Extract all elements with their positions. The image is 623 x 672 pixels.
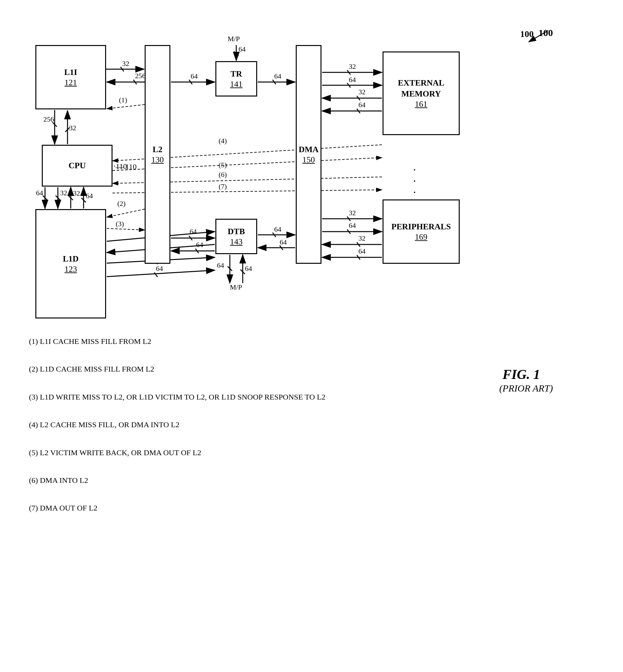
svg-text:64: 64 (274, 72, 281, 80)
svg-text:64: 64 (86, 192, 93, 200)
svg-text:64: 64 (280, 238, 287, 246)
figure-label: FIG. 1 (502, 367, 540, 382)
l1d-label: L1D (63, 253, 79, 264)
svg-line-28 (107, 209, 145, 217)
svg-text:64: 64 (358, 101, 365, 109)
dma-num: 150 (302, 155, 315, 165)
svg-text:32: 32 (73, 189, 80, 197)
l2-label: L2 (153, 144, 162, 155)
svg-text:M/P: M/P (228, 35, 240, 43)
svg-text:·: · (413, 163, 416, 176)
legend-item-2: (2) L1D CACHE MISS FILL FROM L2 (29, 362, 325, 376)
diagram-container: 100 32 256 (1) 256 (19, 19, 604, 669)
cpu-block: CPU (42, 145, 113, 187)
l1d-block: L1D 123 (35, 209, 106, 318)
svg-text:32: 32 (358, 88, 365, 96)
svg-line-109 (114, 166, 115, 167)
svg-text:·: · (413, 186, 416, 199)
svg-line-112 (529, 31, 548, 42)
cpu-label: CPU (68, 160, 86, 171)
tr-block: TR 141 (215, 61, 257, 96)
svg-text:64: 64 (349, 221, 356, 229)
svg-text:(3): (3) (116, 220, 124, 228)
legend: (1) L1I CACHE MISS FILL FROM L2 (2) L1D … (29, 335, 325, 515)
cpu-ref: — 110 (116, 163, 137, 171)
legend-item-3: (3) L1D WRITE MISS TO L2, OR L1D VICTIM … (29, 390, 325, 404)
peripherals-num: 169 (415, 232, 427, 242)
dtb-label: DTB (228, 226, 245, 237)
svg-text:32: 32 (349, 209, 356, 217)
svg-text:64: 64 (349, 76, 356, 84)
svg-text:64: 64 (190, 227, 197, 235)
dtb-num: 143 (230, 237, 243, 247)
svg-line-30 (107, 228, 145, 230)
svg-text:64: 64 (274, 225, 281, 233)
svg-text:(6): (6) (218, 170, 227, 178)
ref-100-arrow (523, 26, 555, 45)
l2-num: 130 (151, 155, 164, 165)
dma-block: DMA 150 (296, 45, 322, 264)
svg-text:(2): (2) (117, 199, 126, 207)
peripherals-label: PERIPHERALS (391, 221, 451, 232)
l1i-block: L1I 121 (35, 45, 106, 109)
legend-item-4: (4) L2 CACHE MISS FILL, OR DMA INTO L2 (29, 418, 325, 432)
svg-text:64: 64 (196, 241, 203, 249)
svg-text:(7): (7) (218, 183, 227, 191)
svg-text:(1): (1) (119, 96, 127, 104)
figure-sublabel: (PRIOR ART) (499, 383, 553, 394)
svg-line-42 (154, 273, 157, 277)
svg-text:32: 32 (358, 234, 365, 242)
svg-text:64: 64 (358, 247, 365, 255)
ext-mem-num: 161 (415, 100, 427, 109)
tr-num: 141 (230, 80, 243, 89)
dma-label: DMA (299, 144, 319, 155)
svg-text:32: 32 (122, 59, 129, 67)
legend-item-7: (7) DMA OUT OF L2 (29, 501, 325, 515)
svg-text:(5): (5) (218, 161, 227, 169)
peripherals-block: PERIPHERALS 169 (383, 199, 460, 264)
svg-text:64: 64 (190, 72, 198, 80)
legend-item-1: (1) L1I CACHE MISS FILL FROM L2 (29, 335, 325, 348)
svg-text:M/P: M/P (230, 283, 242, 291)
svg-text:64: 64 (217, 261, 224, 269)
svg-text:64: 64 (239, 45, 246, 53)
svg-text:·: · (413, 175, 416, 188)
svg-text:64: 64 (245, 264, 252, 273)
l1d-num: 123 (65, 264, 77, 274)
svg-text:(4): (4) (218, 137, 227, 145)
ext-mem-label: EXTERNAL MEMORY (398, 78, 444, 100)
dtb-block: DTB 143 (215, 219, 257, 254)
l2-block: L2 130 (145, 45, 170, 264)
svg-text:64: 64 (36, 189, 43, 197)
svg-text:32: 32 (349, 62, 356, 71)
tr-label: TR (231, 68, 242, 80)
svg-text:64: 64 (156, 264, 163, 273)
svg-text:256: 256 (43, 115, 54, 123)
svg-text:32: 32 (60, 189, 67, 197)
legend-item-6: (6) DMA INTO L2 (29, 474, 325, 487)
svg-line-8 (107, 105, 145, 109)
svg-text:32: 32 (69, 124, 76, 132)
l1i-num: 121 (65, 78, 77, 87)
ext-mem-block: EXTERNAL MEMORY 161 (383, 52, 460, 135)
legend-item-5: (5) L2 VICTIM WRITE BACK, OR DMA OUT OF … (29, 446, 325, 460)
svg-text:256: 256 (135, 72, 146, 80)
l1i-label: L1I (64, 67, 77, 78)
